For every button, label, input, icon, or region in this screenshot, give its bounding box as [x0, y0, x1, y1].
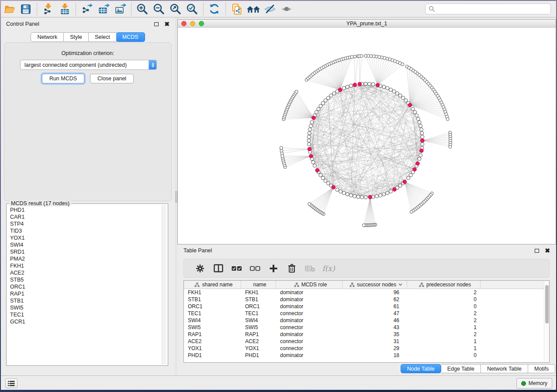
- hide-selected-button[interactable]: [262, 2, 278, 16]
- column-header-predecessor-nodes[interactable]: predecessor nodes: [407, 281, 481, 289]
- refresh-layout-button[interactable]: [206, 2, 223, 16]
- table-row[interactable]: STB1STB1dominator620: [184, 296, 549, 303]
- table-cell[interactable]: 62: [343, 296, 407, 303]
- delete-table-button[interactable]: [301, 261, 319, 276]
- table-cell[interactable]: TEC1: [241, 310, 276, 317]
- close-panel-icon[interactable]: ✖: [164, 22, 170, 26]
- table-cell[interactable]: dominator: [276, 303, 343, 310]
- first-neighbors-button[interactable]: [245, 2, 262, 16]
- mcds-result-item[interactable]: PMA2: [10, 255, 161, 262]
- tab-node-table[interactable]: Node Table: [401, 364, 441, 373]
- table-cell[interactable]: ACE2: [184, 338, 241, 345]
- mcds-result-item[interactable]: ORC1: [10, 283, 161, 290]
- table-scrollbar[interactable]: [544, 281, 549, 362]
- table-cell[interactable]: dominator: [276, 296, 343, 303]
- table-row[interactable]: ORC1ORC1dominator610: [184, 303, 549, 310]
- table-cell[interactable]: STB1: [184, 296, 241, 303]
- search-input[interactable]: [435, 6, 547, 12]
- export-image-button[interactable]: [112, 2, 128, 16]
- export-table-button[interactable]: [95, 2, 112, 16]
- table-cell[interactable]: connector: [276, 310, 343, 317]
- tab-style[interactable]: Style: [64, 32, 89, 42]
- table-cell[interactable]: SWI4: [241, 317, 276, 324]
- table-cell[interactable]: PHD1: [184, 352, 241, 359]
- mcds-result-item[interactable]: STB5: [10, 276, 161, 283]
- table-cell[interactable]: STB1: [241, 296, 276, 303]
- mcds-result-item[interactable]: STP4: [10, 220, 161, 227]
- mcds-result-item[interactable]: YOX1: [10, 234, 161, 241]
- table-cell[interactable]: 0: [407, 352, 481, 359]
- function-builder-button[interactable]: f(x): [319, 261, 338, 276]
- mcds-result-item[interactable]: STB1: [10, 297, 161, 304]
- delete-column-button[interactable]: [283, 261, 301, 276]
- table-cell[interactable]: YOX1: [184, 345, 241, 352]
- close-panel-icon[interactable]: ✖: [545, 248, 550, 253]
- table-row[interactable]: YOX1YOX1connector291: [184, 345, 549, 352]
- tab-network[interactable]: Network: [31, 32, 64, 42]
- mcds-result-item[interactable]: FKH1: [10, 262, 161, 269]
- table-cell[interactable]: 18: [343, 352, 407, 359]
- table-cell[interactable]: ORC1: [241, 303, 276, 310]
- export-network-button[interactable]: [79, 2, 95, 16]
- table-cell[interactable]: PHD1: [241, 352, 276, 359]
- table-cell[interactable]: 2: [407, 331, 481, 338]
- column-header-successor-nodes[interactable]: successor nodes: [343, 281, 407, 289]
- table-row[interactable]: FKH1FKH1dominator962: [184, 289, 549, 296]
- table-cell[interactable]: YOX1: [241, 345, 276, 352]
- table-cell[interactable]: 2: [407, 310, 481, 317]
- network-graph[interactable]: [178, 28, 556, 244]
- column-header-shared-name[interactable]: shared name: [184, 281, 241, 289]
- table-cell[interactable]: 0: [407, 303, 481, 310]
- mcds-result-item[interactable]: GCR1: [10, 318, 161, 325]
- zoom-in-button[interactable]: [134, 2, 151, 16]
- table-row[interactable]: PHD1PHD1dominator180: [184, 352, 549, 359]
- table-cell[interactable]: ORC1: [184, 303, 241, 310]
- table-cell[interactable]: 2: [407, 317, 481, 324]
- network-canvas[interactable]: [178, 28, 556, 244]
- mcds-result-item[interactable]: PHD1: [10, 206, 161, 213]
- table-cell[interactable]: ACE2: [241, 338, 276, 345]
- table-cell[interactable]: SWI4: [184, 317, 241, 324]
- table-cell[interactable]: 29: [343, 345, 407, 352]
- table-cell[interactable]: 43: [343, 324, 407, 331]
- mcds-result-item[interactable]: CAR1: [10, 213, 161, 220]
- table-cell[interactable]: SWI5: [241, 324, 276, 331]
- network-window-titlebar[interactable]: YPA_prune.txt_1: [178, 20, 556, 28]
- tab-select[interactable]: Select: [89, 32, 117, 42]
- table-cell[interactable]: dominator: [276, 331, 343, 338]
- table-cell[interactable]: 31: [343, 338, 407, 345]
- import-network-button[interactable]: [40, 2, 56, 16]
- table-cell[interactable]: dominator: [276, 317, 343, 324]
- import-table-button[interactable]: [56, 2, 73, 16]
- tab-mcds[interactable]: MCDS: [116, 32, 145, 42]
- float-panel-icon[interactable]: [154, 22, 159, 26]
- table-options-button[interactable]: [191, 261, 209, 276]
- table-cell[interactable]: 61: [343, 303, 407, 310]
- save-session-button[interactable]: [17, 2, 34, 16]
- table-cell[interactable]: RAP1: [241, 331, 276, 338]
- table-cell[interactable]: TEC1: [184, 310, 241, 317]
- show-columns-button[interactable]: [209, 261, 228, 276]
- table-row[interactable]: SWI5SWI5connector431: [184, 324, 549, 331]
- memory-button[interactable]: Memory: [516, 378, 552, 389]
- table-row[interactable]: SWI4SWI4dominator462: [184, 317, 549, 324]
- mcds-result-item[interactable]: ACE2: [10, 269, 161, 276]
- table-cell[interactable]: 46: [343, 317, 407, 324]
- tab-edge-table[interactable]: Edge Table: [441, 364, 481, 373]
- table-cell[interactable]: 0: [407, 296, 481, 303]
- table-row[interactable]: ACE2ACE2connector311: [184, 338, 549, 345]
- zoom-out-button[interactable]: [151, 2, 167, 16]
- create-column-button[interactable]: [264, 261, 283, 276]
- duplicate-network-button[interactable]: [228, 2, 245, 16]
- table-cell[interactable]: dominator: [276, 289, 343, 296]
- table-cell[interactable]: dominator: [276, 352, 343, 359]
- table-cell[interactable]: connector: [276, 345, 343, 352]
- run-mcds-button[interactable]: Run MCDS: [42, 74, 84, 83]
- table-cell[interactable]: connector: [276, 338, 343, 345]
- table-cell[interactable]: 2: [407, 289, 481, 296]
- table-cell[interactable]: FKH1: [241, 289, 276, 296]
- tab-motifs[interactable]: Motifs: [528, 364, 555, 373]
- mcds-list-scrollbar[interactable]: [162, 205, 166, 364]
- table-cell[interactable]: RAP1: [184, 331, 241, 338]
- show-all-button[interactable]: [278, 2, 295, 16]
